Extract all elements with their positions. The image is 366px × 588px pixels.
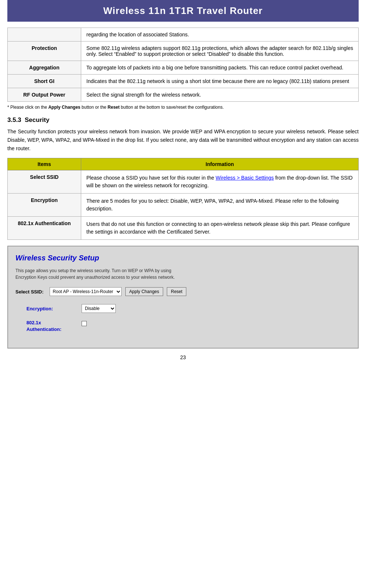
info-location: regarding the location of associated Sta… — [81, 28, 359, 42]
info-ssid-link[interactable]: Wireless > Basic Settings — [216, 175, 274, 181]
paragraph-text: The Security function protects your wire… — [7, 127, 359, 153]
note-text-before: * Please click on the — [7, 105, 48, 110]
info-encryption: There are 5 modes for you to select: Dis… — [81, 194, 359, 217]
item-select-ssid: Select SSID — [8, 170, 81, 194]
label-protection: Protection — [8, 42, 81, 61]
screenshot-desc: This page allows you setup the wireless … — [15, 267, 351, 281]
note-line: * Please click on the Apply Changes butt… — [7, 105, 359, 110]
ssid-label: Select SSID: — [15, 289, 44, 295]
screenshot-box: Wireless Security Setup This page allows… — [7, 246, 359, 348]
label-rf-output: RF Output Power — [8, 88, 81, 102]
enc-label: Encryption: — [26, 306, 78, 311]
info-ssid-text1: Please choose a SSID you have set for th… — [86, 175, 216, 181]
table-row-rf-output: RF Output Power Select the signal streng… — [8, 88, 359, 102]
table-row-aggregation: Aggregation To aggregate lots of packets… — [8, 61, 359, 75]
info-protection: Some 802.11g wireless adapters support 8… — [81, 42, 359, 61]
enc-dropdown[interactable]: Disable WEP WPA WPA2 WPA-Mixed — [82, 304, 116, 313]
info-aggregation: To aggregate lots of packets into a big … — [81, 61, 359, 75]
screenshot-title: Wireless Security Setup — [15, 254, 351, 262]
section-number: 3.5.3 — [7, 116, 21, 123]
section-heading: 3.5.3 Security — [7, 116, 359, 124]
note-text-after: button at the bottom to save/reset the c… — [120, 105, 224, 110]
col-items: Items — [8, 158, 81, 170]
enc-section: Encryption: Disable WEP WPA WPA2 WPA-Mix… — [15, 304, 351, 333]
label-short-gi: Short GI — [8, 75, 81, 88]
item-encryption: Encryption — [8, 194, 81, 217]
table-row-protection: Protection Some 802.11g wireless adapter… — [8, 42, 359, 61]
ssid-row: Select SSID: Root AP - Wireless-11n-Rout… — [15, 287, 351, 296]
table-row-location: regarding the location of associated Sta… — [8, 28, 359, 42]
note-reset-label: Reset — [108, 105, 120, 110]
screenshot-desc-line1: This page allows you setup the wireless … — [15, 268, 171, 273]
info-short-gi: Indicates that the 802.11g network is us… — [81, 75, 359, 88]
info-table-header: Items Information — [8, 158, 359, 170]
info-row-encryption: Encryption There are 5 modes for you to … — [8, 194, 359, 217]
info-row-8021x: 802.1x Authentication Users that do not … — [8, 217, 359, 240]
info-select-ssid: Please choose a SSID you have set for th… — [81, 170, 359, 194]
info-row-select-ssid: Select SSID Please choose a SSID you hav… — [8, 170, 359, 194]
col-information: Information — [81, 158, 359, 170]
auth-row: 802.1xAuthentication: — [26, 320, 351, 333]
enc-row: Encryption: Disable WEP WPA WPA2 WPA-Mix… — [26, 304, 351, 313]
label-empty — [8, 28, 81, 42]
page-header: Wireless 11n 1T1R Travel Router — [7, 0, 359, 22]
apply-changes-button[interactable]: Apply Changes — [125, 287, 163, 296]
top-table: regarding the location of associated Sta… — [7, 28, 359, 102]
label-aggregation: Aggregation — [8, 61, 81, 75]
note-text-middle: button or the — [80, 105, 108, 110]
page-number: 23 — [7, 354, 359, 360]
auth-label: 802.1xAuthentication: — [26, 320, 78, 333]
table-row-short-gi: Short GI Indicates that the 802.11g netw… — [8, 75, 359, 88]
note-apply-label: Apply Changes — [48, 105, 80, 110]
section-title: Security — [25, 116, 49, 123]
ssid-dropdown[interactable]: Root AP - Wireless-11n-Router — [50, 287, 122, 296]
info-8021x: Users that do not use this function or c… — [81, 217, 359, 240]
auth-checkbox[interactable] — [82, 321, 87, 326]
info-table: Items Information Select SSID Please cho… — [7, 158, 359, 240]
item-8021x: 802.1x Authentication — [8, 217, 81, 240]
screenshot-desc-line2: Encryption Keys could prevent any unauth… — [15, 275, 175, 280]
reset-button[interactable]: Reset — [167, 287, 186, 296]
info-rf-output: Select the signal strength for the wirel… — [81, 88, 359, 102]
